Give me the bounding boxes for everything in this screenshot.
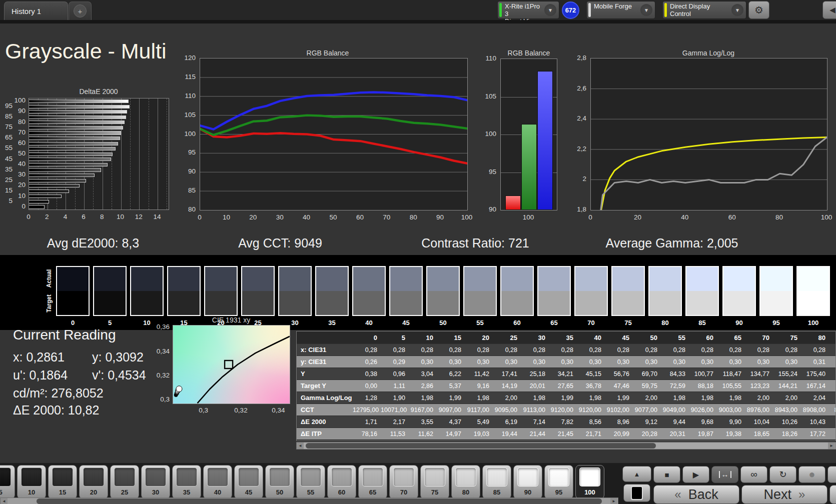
chevron-down-icon: ▼ xyxy=(731,4,743,16)
play-button[interactable]: ▶ xyxy=(682,466,709,483)
patch-button-95[interactable]: 95 xyxy=(544,465,573,499)
patch-swatch xyxy=(114,468,135,486)
back-button[interactable]: « Back xyxy=(653,485,739,504)
table-scrollbar-thumb[interactable] xyxy=(306,443,656,448)
stop-button[interactable]: ■ xyxy=(653,466,680,483)
patch-button-80[interactable]: 80 xyxy=(451,465,480,499)
patch-label: 95 xyxy=(555,488,562,496)
gamma-chart: Gamma Log/Log 0204060801002,82,62,42,221… xyxy=(563,45,836,235)
patch-button-50[interactable]: 50 xyxy=(265,465,294,499)
reading-count-badge[interactable]: 672 xyxy=(562,2,579,19)
patch-scrollbar-thumb[interactable] xyxy=(37,498,602,504)
patch-swatch xyxy=(21,468,42,486)
partial-button[interactable] xyxy=(829,485,836,504)
patch-button-65[interactable]: 65 xyxy=(358,465,387,499)
stop-icon: ■ xyxy=(664,470,669,479)
patch-button-20[interactable]: 20 xyxy=(79,465,108,499)
actual-swatch xyxy=(797,267,829,291)
next-button[interactable]: Next » xyxy=(741,485,827,504)
meter-dropdown[interactable]: X-Rite i1Pro 3 Direct View ▼ xyxy=(497,1,559,19)
display-window-button[interactable] xyxy=(623,484,650,502)
collapse-panel-button[interactable]: ◀ xyxy=(822,1,836,19)
workflow-name: Direct Display Control xyxy=(670,2,729,18)
deltae-chart-title: DeltaE 2000 xyxy=(79,88,118,96)
actual-swatch xyxy=(723,267,755,291)
swatch-level-label: 35 xyxy=(328,319,335,326)
target-swatch xyxy=(723,291,755,315)
patch-button-15[interactable]: 15 xyxy=(48,465,77,499)
tab-label: History 1 xyxy=(12,7,41,16)
target-swatch xyxy=(242,291,274,315)
scroll-right-arrow[interactable]: ► xyxy=(828,442,835,449)
measurement-table: 0510152025303540455055606570758085x: CIE… xyxy=(296,331,836,441)
target-swatch xyxy=(464,291,496,315)
patch-button-5[interactable]: 5 xyxy=(0,465,15,499)
deltae-bar-45 xyxy=(29,158,111,161)
patch-button-10[interactable]: 10 xyxy=(17,465,46,499)
loop-button[interactable]: ↻ xyxy=(769,466,796,483)
patch-label: 70 xyxy=(400,488,407,496)
patch-button-35[interactable]: 35 xyxy=(172,465,201,499)
deltae-bar-60 xyxy=(29,142,118,146)
partial-button[interactable] xyxy=(827,466,836,483)
patch-label: 40 xyxy=(214,488,221,496)
row-label: Target Y xyxy=(297,382,353,390)
meter-name: X-Rite i1Pro 3 xyxy=(505,2,542,18)
workflow-dropdown[interactable]: Direct Display Control ▼ xyxy=(662,1,746,19)
patch-button-25[interactable]: 25 xyxy=(110,465,139,499)
deltae-bar-50 xyxy=(29,152,113,156)
patch-row-scrollbar[interactable]: ◄ ► xyxy=(0,498,618,504)
new-tab-button[interactable]: + xyxy=(69,2,92,20)
actual-swatch xyxy=(464,267,496,291)
source-name: Mobile Forge xyxy=(594,2,638,10)
deltae-bar-95 xyxy=(29,105,130,108)
patch-label: 65 xyxy=(369,488,376,496)
grayscale-swatch-25 xyxy=(241,266,275,316)
deltae-bar-70 xyxy=(29,131,121,134)
settings-button[interactable]: ⚙ xyxy=(748,1,769,19)
patch-button-40[interactable]: 40 xyxy=(203,465,232,499)
page-up-button[interactable]: ▲ xyxy=(622,466,651,482)
deltae-bar-65 xyxy=(29,136,120,140)
row-label: Y xyxy=(297,370,353,378)
patch-button-30[interactable]: 30 xyxy=(141,465,170,499)
patch-label: 5 xyxy=(0,488,3,496)
continuous-measure-button[interactable]: ∞ xyxy=(740,466,767,483)
patch-button-100[interactable]: 100 xyxy=(575,465,604,499)
deltae-bar-0 xyxy=(29,205,45,208)
actual-swatch xyxy=(612,267,644,291)
cie-plot-area xyxy=(173,325,290,404)
actual-swatch xyxy=(575,267,607,291)
deltae-plot-area xyxy=(29,98,169,210)
deltae-bar-90 xyxy=(29,110,127,114)
cie-chart-title: CIE 1931 xy xyxy=(212,316,250,324)
measure-options-button[interactable]: ↔ xyxy=(711,466,738,483)
patch-button-60[interactable]: 60 xyxy=(327,465,356,499)
target-swatch xyxy=(686,291,718,315)
swatch-level-label: 50 xyxy=(439,319,446,326)
patch-swatch xyxy=(517,468,538,486)
scroll-left-arrow[interactable]: ◄ xyxy=(1,498,8,504)
target-swatch xyxy=(501,291,533,315)
patch-button-70[interactable]: 70 xyxy=(389,465,418,499)
patch-button-45[interactable]: 45 xyxy=(234,465,263,499)
scroll-right-arrow[interactable]: ► xyxy=(610,498,617,504)
target-swatch xyxy=(353,291,385,315)
target-swatch xyxy=(427,291,459,315)
deltae-bar-30 xyxy=(29,174,95,177)
patch-button-85[interactable]: 85 xyxy=(482,465,511,499)
row-label: CCT xyxy=(297,406,353,414)
play-icon: ▶ xyxy=(693,470,699,480)
record-button[interactable]: ● xyxy=(798,466,825,483)
row-label: Gamma Log/Log xyxy=(297,394,353,402)
table-scrollbar[interactable]: ◄ ► xyxy=(296,442,836,450)
target-swatch xyxy=(649,291,681,315)
patch-button-55[interactable]: 55 xyxy=(296,465,325,499)
patch-button-90[interactable]: 90 xyxy=(513,465,542,499)
patch-swatch xyxy=(269,468,290,486)
target-swatch xyxy=(316,291,348,315)
patch-button-75[interactable]: 75 xyxy=(420,465,449,499)
tab-history-1[interactable]: History 1 xyxy=(4,2,68,20)
scroll-left-arrow[interactable]: ◄ xyxy=(297,442,304,449)
source-dropdown[interactable]: Mobile Forge ▼ xyxy=(586,1,655,19)
